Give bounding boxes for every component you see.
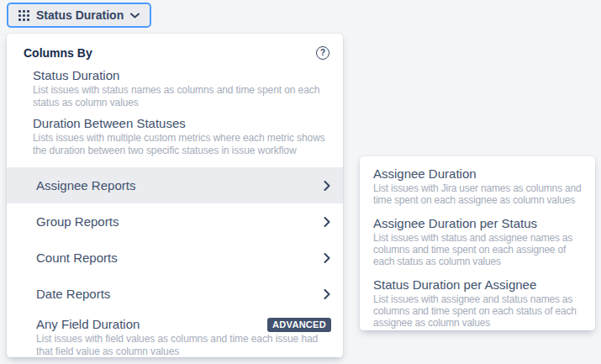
radio-cell bbox=[7, 116, 33, 157]
option-content: Duration Between Statuses Lists issues w… bbox=[33, 116, 329, 157]
menu-item-date-reports[interactable]: Date Reports bbox=[7, 276, 343, 312]
option-description: Lists issues with multiple custom metric… bbox=[33, 132, 329, 157]
option-content: Status Duration List issues with status … bbox=[33, 68, 329, 109]
chevron-right-icon bbox=[324, 253, 330, 263]
menu-item-label: Date Reports bbox=[36, 287, 110, 301]
chevron-right-icon bbox=[324, 181, 330, 191]
submenu-item-title: Assignee Duration per Status bbox=[373, 216, 582, 231]
menu-item-label: Count Reports bbox=[36, 251, 118, 265]
chevron-down-icon bbox=[130, 13, 140, 18]
any-field-title-row: Any Field Duration ADVANCED bbox=[36, 317, 331, 332]
submenu-item-status-duration-per-assignee[interactable]: Status Duration per Assignee List issues… bbox=[373, 277, 582, 329]
menu-item-group-reports[interactable]: Group Reports bbox=[7, 203, 343, 240]
chevron-right-icon bbox=[324, 217, 330, 227]
submenu-item-title: Status Duration per Assignee bbox=[373, 277, 582, 293]
status-duration-dropdown-button[interactable]: Status Duration bbox=[7, 3, 151, 28]
submenu-item-description: List issues with status and assignee nam… bbox=[373, 232, 582, 267]
menu-item-count-reports[interactable]: Count Reports bbox=[7, 240, 343, 276]
submenu-item-assignee-duration-per-status[interactable]: Assignee Duration per Status List issues… bbox=[373, 216, 582, 267]
option-title: Status Duration bbox=[33, 68, 329, 83]
option-status-duration[interactable]: Status Duration List issues with status … bbox=[7, 68, 343, 109]
option-title: Any Field Duration bbox=[36, 317, 140, 332]
radio-cell bbox=[7, 68, 33, 109]
submenu-item-description: List issues with Jira user names as colu… bbox=[373, 182, 582, 206]
submenu-item-description: List issues with assignee and status nam… bbox=[373, 293, 582, 329]
option-description: List issues with field values as columns… bbox=[36, 333, 331, 358]
columns-by-dropdown-panel: Columns By ? Status Duration List issues… bbox=[7, 34, 343, 357]
option-any-field-duration[interactable]: Any Field Duration ADVANCED List issues … bbox=[7, 312, 343, 358]
option-duration-between-statuses[interactable]: Duration Between Statuses Lists issues w… bbox=[7, 116, 343, 157]
category-list: Assignee Reports Group Reports Count Rep… bbox=[7, 167, 343, 312]
option-title: Duration Between Statuses bbox=[33, 116, 329, 131]
assignee-reports-submenu-panel: Assignee Duration List issues with Jira … bbox=[360, 156, 595, 330]
dropdown-button-label: Status Duration bbox=[36, 8, 124, 22]
dropdown-title: Columns By bbox=[24, 46, 92, 60]
help-icon[interactable]: ? bbox=[316, 46, 329, 60]
submenu-item-assignee-duration[interactable]: Assignee Duration List issues with Jira … bbox=[373, 166, 582, 206]
grid-icon bbox=[18, 10, 29, 21]
menu-item-label: Group Reports bbox=[36, 214, 119, 229]
advanced-badge: ADVANCED bbox=[267, 318, 331, 332]
dropdown-header: Columns By ? bbox=[7, 34, 343, 60]
submenu-item-title: Assignee Duration bbox=[373, 166, 582, 182]
chevron-right-icon bbox=[324, 289, 330, 299]
menu-item-assignee-reports[interactable]: Assignee Reports bbox=[7, 167, 343, 203]
menu-item-label: Assignee Reports bbox=[36, 178, 135, 193]
option-description: List issues with status names as columns… bbox=[33, 84, 329, 109]
